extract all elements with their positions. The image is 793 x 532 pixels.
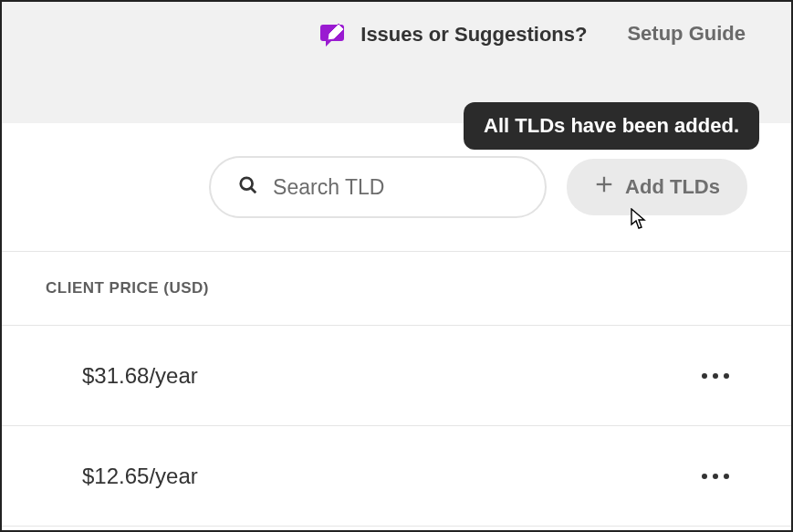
setup-guide-label: Setup Guide: [627, 22, 746, 45]
add-tlds-label: Add TLDs: [625, 175, 720, 199]
search-wrap[interactable]: [209, 156, 547, 218]
search-icon: [238, 175, 258, 199]
table-row: $12.65/year: [2, 426, 791, 527]
issues-suggestions-label: Issues or Suggestions?: [360, 23, 587, 47]
svg-line-1: [251, 188, 256, 193]
table-row: $31.68/year: [2, 326, 791, 426]
add-tlds-button[interactable]: Add TLDs: [567, 159, 747, 215]
tooltip-text: All TLDs have been added.: [484, 114, 739, 137]
more-options-button[interactable]: [696, 468, 735, 485]
plus-icon: [594, 174, 614, 200]
setup-guide-link[interactable]: Setup Guide: [627, 22, 746, 46]
column-header-price: CLIENT PRICE (USD): [46, 279, 209, 297]
feedback-icon: [320, 22, 348, 47]
price-value: $31.68/year: [82, 363, 198, 389]
dots-icon: [702, 373, 707, 379]
price-value: $12.65/year: [82, 464, 198, 489]
dots-icon: [702, 474, 707, 479]
svg-point-0: [241, 178, 253, 190]
more-options-button[interactable]: [696, 368, 735, 384]
tooltip: All TLDs have been added.: [464, 102, 759, 150]
search-input[interactable]: [273, 175, 528, 200]
issues-suggestions-link[interactable]: Issues or Suggestions?: [320, 22, 587, 47]
table-header: CLIENT PRICE (USD): [2, 251, 791, 326]
